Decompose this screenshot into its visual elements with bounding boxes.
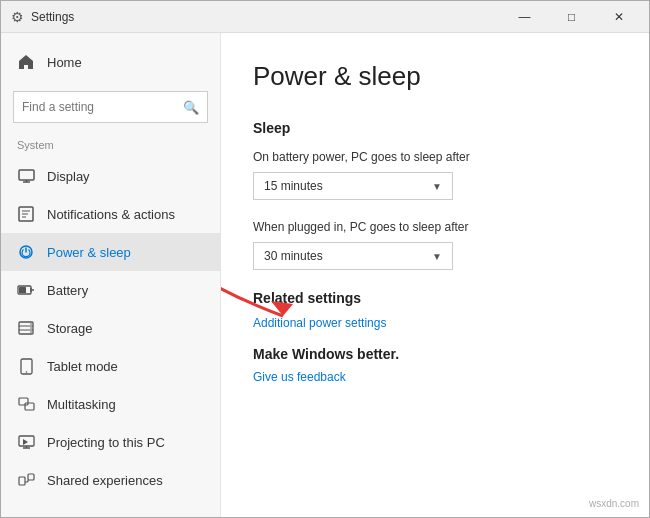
sidebar-item-projecting[interactable]: Projecting to this PC bbox=[1, 423, 220, 461]
titlebar: ⚙ Settings — □ ✕ bbox=[1, 1, 649, 33]
feedback-link[interactable]: Give us feedback bbox=[253, 370, 617, 384]
battery-icon bbox=[17, 281, 35, 299]
additional-power-settings-link[interactable]: Additional power settings bbox=[253, 316, 617, 330]
notifications-icon bbox=[17, 205, 35, 223]
close-button[interactable]: ✕ bbox=[596, 1, 641, 33]
sidebar-item-multitasking[interactable]: Multitasking bbox=[1, 385, 220, 423]
plugged-sleep-value: 30 minutes bbox=[264, 249, 323, 263]
multitasking-icon bbox=[17, 395, 35, 413]
system-section-label: System bbox=[1, 139, 220, 157]
make-windows-heading: Make Windows better. bbox=[253, 346, 617, 362]
svg-point-6 bbox=[30, 323, 32, 325]
svg-rect-4 bbox=[19, 287, 26, 293]
battery-label: Battery bbox=[47, 283, 88, 298]
svg-point-8 bbox=[30, 331, 32, 333]
main-content: Power & sleep Sleep On battery power, PC… bbox=[221, 33, 649, 517]
sidebar-item-shared[interactable]: Shared experiences bbox=[1, 461, 220, 499]
sidebar-item-battery[interactable]: Battery bbox=[1, 271, 220, 309]
svg-rect-13 bbox=[19, 436, 34, 446]
svg-rect-0 bbox=[19, 170, 34, 180]
storage-icon bbox=[17, 319, 35, 337]
svg-rect-11 bbox=[19, 398, 28, 405]
plugged-sleep-label: When plugged in, PC goes to sleep after bbox=[253, 220, 617, 234]
related-settings-heading: Related settings bbox=[253, 290, 617, 306]
settings-window: ⚙ Settings — □ ✕ Home 🔍 bbox=[0, 0, 650, 518]
window-content: Home 🔍 System Display bbox=[1, 33, 649, 517]
svg-point-7 bbox=[30, 327, 32, 329]
multitasking-label: Multitasking bbox=[47, 397, 116, 412]
svg-rect-12 bbox=[25, 403, 34, 410]
display-label: Display bbox=[47, 169, 90, 184]
home-icon bbox=[17, 53, 35, 71]
sidebar-item-display[interactable]: Display bbox=[1, 157, 220, 195]
sleep-section-heading: Sleep bbox=[253, 120, 617, 136]
shared-icon bbox=[17, 471, 35, 489]
display-icon bbox=[17, 167, 35, 185]
sidebar-item-tablet[interactable]: Tablet mode bbox=[1, 347, 220, 385]
minimize-button[interactable]: — bbox=[502, 1, 547, 33]
battery-sleep-arrow: ▼ bbox=[432, 181, 442, 192]
window-controls: — □ ✕ bbox=[502, 1, 641, 33]
search-icon: 🔍 bbox=[183, 100, 199, 115]
watermark: wsxdn.com bbox=[589, 498, 639, 509]
svg-rect-15 bbox=[28, 474, 34, 480]
plugged-sleep-dropdown[interactable]: 30 minutes ▼ bbox=[253, 242, 453, 270]
maximize-button[interactable]: □ bbox=[549, 1, 594, 33]
power-sleep-label: Power & sleep bbox=[47, 245, 131, 260]
plugged-sleep-arrow: ▼ bbox=[432, 251, 442, 262]
shared-label: Shared experiences bbox=[47, 473, 163, 488]
sidebar: Home 🔍 System Display bbox=[1, 33, 221, 517]
storage-label: Storage bbox=[47, 321, 93, 336]
svg-rect-14 bbox=[19, 477, 25, 485]
tablet-icon bbox=[17, 357, 35, 375]
tablet-label: Tablet mode bbox=[47, 359, 118, 374]
sidebar-item-notifications[interactable]: Notifications & actions bbox=[1, 195, 220, 233]
page-title: Power & sleep bbox=[253, 61, 617, 92]
sidebar-item-home[interactable]: Home bbox=[1, 41, 220, 83]
projecting-label: Projecting to this PC bbox=[47, 435, 165, 450]
projecting-icon bbox=[17, 433, 35, 451]
svg-point-10 bbox=[25, 371, 27, 373]
power-icon bbox=[17, 243, 35, 261]
sidebar-item-power-sleep[interactable]: Power & sleep bbox=[1, 233, 220, 271]
sidebar-item-storage[interactable]: Storage bbox=[1, 309, 220, 347]
app-icon: ⚙ bbox=[9, 9, 25, 25]
battery-sleep-value: 15 minutes bbox=[264, 179, 323, 193]
search-box[interactable]: 🔍 bbox=[13, 91, 208, 123]
notifications-label: Notifications & actions bbox=[47, 207, 175, 222]
sidebar-home-label: Home bbox=[47, 55, 82, 70]
search-input[interactable] bbox=[22, 100, 183, 114]
battery-sleep-label: On battery power, PC goes to sleep after bbox=[253, 150, 617, 164]
battery-sleep-dropdown[interactable]: 15 minutes ▼ bbox=[253, 172, 453, 200]
window-title: Settings bbox=[31, 10, 502, 24]
